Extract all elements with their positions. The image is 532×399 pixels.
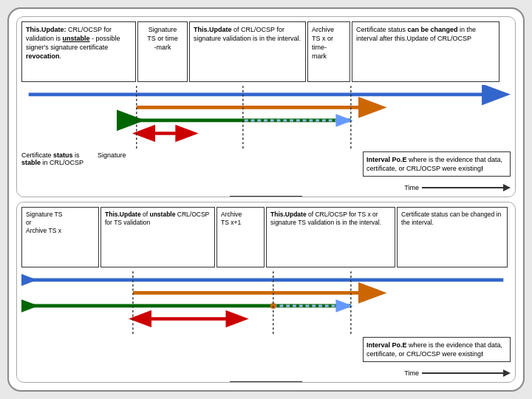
top-box-5: Certificate status can be changed in the… [352,21,499,82]
top-box3-this: This.Update [194,26,232,33]
bottom-box3-l2: TS x+1 [221,219,260,227]
bottom-time-label: Time [404,369,419,377]
top-diagram: This.Update: CRL/OCSP for validation is … [16,16,516,197]
top-box-1: This.Update: CRL/OCSP for validation is … [21,21,136,82]
top-box2-line2: TS or time [142,34,183,43]
bottom-info-boxes: Signature TS or Archive TS x This.Update… [17,202,515,267]
top-cert-status-label: Certificate status is stable in CRL/OCSP [21,151,95,166]
bottom-possible-revocation: Possible revocation! [230,381,303,383]
top-possible-revocation: Possible revocation! [230,196,303,197]
top-box4-l4: mark [312,52,346,61]
bottom-box-3: Archive TS x+1 [216,207,265,267]
bottom-time-row: Time [17,369,515,378]
bottom-box2-this: This.Update [105,211,141,218]
top-box-3: This.Update of CRL/OCSP for signature va… [189,21,306,82]
top-box-4: Archive TS x or time- mark [307,21,350,82]
top-box4-l2: TS x or [312,34,346,43]
top-box5-text1: Certificate status [356,26,408,33]
bottom-box1-l1: Signature TS [26,211,95,219]
top-poe-box: Interval Po.E where is the evidence that… [363,151,511,177]
top-time-arrow [422,184,511,191]
top-possible-row: Possible revocation! [17,193,515,197]
top-box1-this: This.Update: [26,26,66,33]
top-box2-line3: -mark [142,43,183,52]
bottom-box3-l1: Archive [221,211,260,219]
bottom-box-1: Signature TS or Archive TS x [21,207,99,267]
bottom-time-arrow [422,369,511,377]
top-time-row: Time [17,184,515,193]
bottom-box-4: This.Update of CRL/OCSP for TS x or sign… [266,207,395,267]
top-box-2: Signature TS or time -mark [137,21,188,82]
top-arrows-svg [21,85,511,151]
bottom-possible-row: Possible revocation! [17,378,515,383]
top-signature-label: Signature [98,151,148,159]
bottom-diagram: Signature TS or Archive TS x This.Update… [16,202,516,383]
top-arrows-area [21,85,511,151]
top-box2-line1: Signature [142,25,183,34]
bottom-arrows-area [21,270,511,337]
top-time-label: Time [404,184,419,191]
bottom-box5-text: Certificate status can be changed in the… [401,211,501,226]
top-box4-l3: time- [312,43,346,52]
bottom-arrows-svg [21,270,511,337]
outer-container: This.Update: CRL/OCSP for validation is … [7,7,525,392]
top-info-boxes: This.Update: CRL/OCSP for validation is … [17,17,515,82]
bottom-box-5: Certificate status can be changed in the… [397,207,508,267]
bottom-box1-l2: or [26,219,95,227]
bottom-box1-l3: Archive TS x [26,227,95,235]
top-box5-bold: can be changed [408,26,458,33]
bottom-poe-box: Interval Po.E where is the evidence that… [363,337,511,362]
top-box4-l1: Archive [312,25,346,34]
top-bottom-labels: Certificate status is stable in CRL/OCSP… [17,151,515,184]
bottom-bottom-labels: Interval Po.E where is the evidence that… [17,337,515,369]
bottom-box4-this: This.Update [270,211,307,218]
bottom-box-2: This.Update of unstable CRL/OCSP for TS … [100,207,215,267]
